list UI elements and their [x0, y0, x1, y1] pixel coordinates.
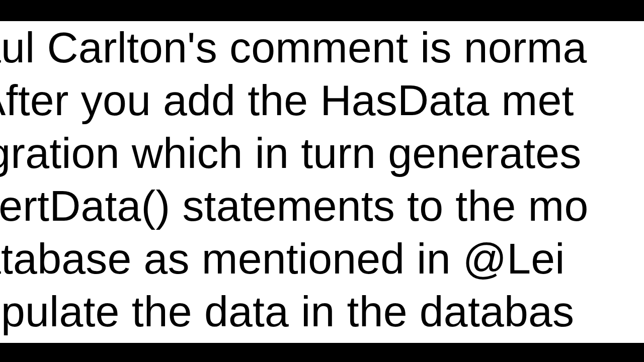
text-line: aul Carlton's comment is norma: [0, 21, 644, 74]
document-page: aul Carlton's comment is norma After you…: [0, 21, 644, 343]
text-line: After you add the HasData met: [0, 74, 644, 127]
text-line: opulate the data in the databas: [0, 285, 644, 338]
paragraph-text: aul Carlton's comment is norma After you…: [0, 21, 644, 337]
text-line: igration which in turn generates: [0, 127, 644, 179]
text-line: sertData() statements to the mo: [0, 179, 644, 232]
text-line: atabase as mentioned in @Lei: [0, 232, 644, 285]
